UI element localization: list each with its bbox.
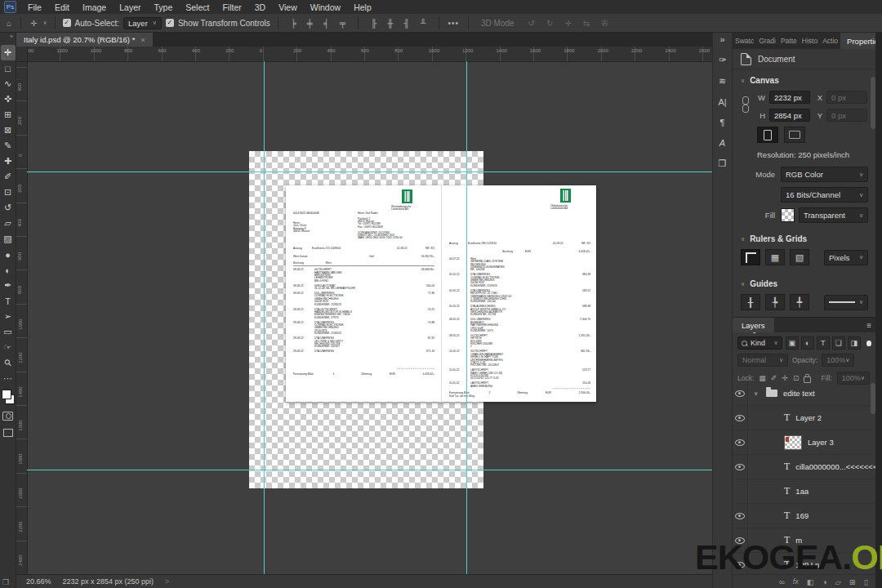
- collapse-tools-icon[interactable]: »: [10, 33, 13, 39]
- distribute-left-icon[interactable]: ╟: [369, 19, 378, 28]
- delete-layer-icon[interactable]: ▯: [864, 577, 868, 586]
- photoshop-logo[interactable]: Ps: [4, 1, 16, 13]
- canvas-viewport[interactable]: Württembergische Landesbank AG 6014/3021…: [27, 61, 712, 574]
- menu-item[interactable]: Help: [347, 2, 378, 12]
- filter-smart-objects-icon[interactable]: ◨: [848, 336, 861, 350]
- visibility-toggle[interactable]: [733, 406, 748, 430]
- expand-chevron-icon[interactable]: ∨: [754, 390, 760, 397]
- layer-name[interactable]: 1aa: [795, 487, 808, 496]
- foreground-color-swatch[interactable]: [2, 390, 11, 399]
- bit-depth-dropdown[interactable]: 16 Bits/Channel∨: [781, 187, 868, 203]
- guide-targets-icon[interactable]: ╇: [790, 294, 809, 310]
- layer-row[interactable]: cilla0000000...<<<<<<<0 d: [733, 455, 876, 479]
- filter-toggle-icon[interactable]: [866, 341, 871, 346]
- visibility-toggle[interactable]: [733, 479, 748, 503]
- layer-row[interactable]: 1aa: [733, 479, 876, 504]
- menu-item[interactable]: Window: [304, 2, 347, 12]
- brush-settings-icon[interactable]: ✑: [719, 55, 726, 65]
- layer-name[interactable]: 169: [795, 511, 808, 520]
- width-field[interactable]: 2232 px: [769, 91, 810, 104]
- layer-thumbnail[interactable]: [784, 412, 790, 424]
- fill-dropdown[interactable]: Transparent∨: [799, 207, 868, 223]
- filter-pixel-layers-icon[interactable]: ▣: [786, 336, 799, 350]
- menu-item[interactable]: Edit: [48, 2, 76, 12]
- horizontal-guide[interactable]: [27, 470, 712, 470]
- tab-layers[interactable]: Layers: [733, 318, 774, 332]
- link-layers-icon[interactable]: ∞: [779, 577, 785, 586]
- landscape-orientation-button[interactable]: [784, 127, 805, 143]
- show-transform-checkbox[interactable]: ✓: [166, 19, 174, 27]
- statement-document[interactable]: Württembergische Landesbank AG 6014/3021…: [286, 185, 596, 402]
- filter-type-layers-icon[interactable]: T: [817, 336, 830, 350]
- rectangular-marquee-tool[interactable]: □: [1, 60, 16, 76]
- grid-icon[interactable]: ▦: [765, 249, 785, 265]
- panel-tab[interactable]: Histo: [800, 37, 820, 45]
- align-left-edges-icon[interactable]: ╞: [289, 19, 298, 28]
- horizontal-guide[interactable]: [27, 172, 712, 172]
- layer-thumbnail[interactable]: [784, 510, 790, 522]
- zoom-level[interactable]: 20.66%: [26, 577, 51, 586]
- panel-tab[interactable]: Patte: [778, 37, 800, 45]
- path-selection-tool[interactable]: ➢: [1, 309, 16, 324]
- layer-effects-icon[interactable]: fx: [793, 577, 799, 586]
- horizontal-ruler[interactable]: 1400120010008006004002000200400600800100…: [27, 47, 712, 62]
- tab-properties[interactable]: Properties: [840, 33, 876, 49]
- screen-mode-icon[interactable]: [3, 429, 13, 437]
- new-group-icon[interactable]: ▱: [835, 577, 840, 586]
- mini-pages-icon[interactable]: ❐: [2, 578, 9, 586]
- layer-thumbnail[interactable]: [784, 485, 790, 497]
- layer-name[interactable]: Layer 3: [808, 438, 834, 447]
- menu-item[interactable]: Filter: [216, 2, 247, 12]
- guide-style-dropdown[interactable]: ∨: [824, 295, 868, 310]
- rulers-grids-section-header[interactable]: ∨ Rulers & Grids: [733, 228, 876, 247]
- guides-from-shape-icon[interactable]: ╄: [765, 294, 785, 310]
- filter-shape-layers-icon[interactable]: ❏: [832, 336, 845, 350]
- gradient-tool[interactable]: ▨: [1, 231, 16, 247]
- menu-item[interactable]: 3D: [248, 2, 272, 12]
- ruler-origin-icon[interactable]: [741, 249, 760, 265]
- move-tool[interactable]: ✛: [1, 45, 16, 60]
- ruler-corner[interactable]: [16, 47, 28, 62]
- color-mode-dropdown[interactable]: RGB Color∨: [781, 167, 868, 182]
- brush-tool[interactable]: ✐: [1, 169, 16, 185]
- units-dropdown[interactable]: Pixels∨: [824, 250, 868, 265]
- eraser-tool[interactable]: ▱: [1, 216, 16, 231]
- new-guide-layout-icon[interactable]: ╂: [741, 294, 760, 310]
- layer-row[interactable]: ∨ edite text: [733, 381, 876, 406]
- status-chevron-icon[interactable]: >: [165, 577, 169, 586]
- paragraph-panel-icon[interactable]: ¶: [720, 118, 725, 127]
- character-panel-icon[interactable]: A|: [718, 97, 726, 107]
- type-tool[interactable]: T: [1, 293, 16, 309]
- dodge-tool[interactable]: ◐: [1, 262, 16, 278]
- vertical-ruler[interactable]: 4002000200400600800100012001400160018002…: [16, 61, 28, 574]
- chevron-down-icon[interactable]: ∨: [42, 20, 47, 26]
- object-selection-tool[interactable]: ✜: [1, 91, 16, 107]
- panel-tab[interactable]: Swatc: [733, 37, 756, 45]
- visibility-toggle[interactable]: [733, 430, 748, 454]
- spot-healing-brush-tool[interactable]: ✚: [1, 154, 16, 169]
- auto-select-target-dropdown[interactable]: Layer ∨: [123, 17, 162, 29]
- filter-adjustment-layers-icon[interactable]: ◐: [801, 336, 814, 350]
- distribute-centers-icon[interactable]: ╫: [385, 19, 394, 28]
- vertical-guide[interactable]: [264, 61, 265, 574]
- adjustment-layer-icon[interactable]: ◑: [822, 577, 827, 586]
- lasso-tool[interactable]: ∿: [1, 76, 16, 91]
- layer-row[interactable]: 169: [733, 504, 876, 528]
- quick-mask-icon[interactable]: [2, 412, 13, 421]
- kind-filter-dropdown[interactable]: Kind ∨: [737, 336, 782, 350]
- collapse-panels-icon[interactable]: »: [719, 34, 724, 44]
- auto-select-checkbox[interactable]: ✓: [63, 19, 71, 27]
- layer-name[interactable]: cilla0000000...<<<<<<<0 d: [795, 462, 876, 471]
- visibility-toggle[interactable]: [733, 504, 748, 528]
- layer-thumbnail[interactable]: [766, 390, 777, 397]
- clone-stamp-tool[interactable]: ⊡: [1, 185, 16, 200]
- more-options-icon[interactable]: •••: [447, 19, 461, 28]
- visibility-toggle[interactable]: [733, 381, 748, 405]
- history-brush-tool[interactable]: ↺: [1, 200, 16, 216]
- move-tool-icon[interactable]: ✛: [29, 19, 38, 28]
- visibility-toggle[interactable]: [733, 455, 748, 479]
- grid-subdivisions-icon[interactable]: ▧: [790, 249, 809, 265]
- color-swatches[interactable]: [2, 390, 15, 404]
- crop-tool[interactable]: ⊞: [1, 107, 16, 122]
- height-field[interactable]: 2854 px: [769, 109, 810, 122]
